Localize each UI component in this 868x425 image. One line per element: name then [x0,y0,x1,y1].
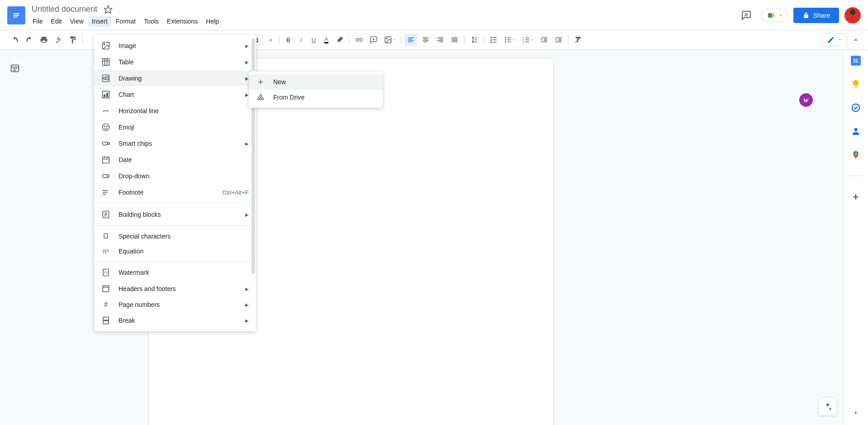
svg-text:3: 3 [523,41,524,44]
menu-tools[interactable]: Tools [140,16,162,27]
editing-mode-button[interactable] [822,33,847,46]
insert-smart-chips-item[interactable]: Smart chips ▶ [94,135,256,152]
menu-help[interactable]: Help [202,16,223,27]
insert-emoji-item[interactable]: Emoji [94,119,256,135]
menu-extensions[interactable]: Extensions [163,16,201,27]
drawing-new-item[interactable]: New [249,74,383,90]
checklist-button[interactable] [487,33,500,46]
svg-rect-32 [103,91,109,98]
svg-rect-39 [103,142,108,145]
align-left-button[interactable] [404,33,418,46]
insert-building-blocks-item[interactable]: Building blocks ▶ [94,206,256,223]
contacts-addon-icon[interactable] [850,126,861,137]
insert-page-numbers-item[interactable]: # Page numbers ▶ [94,297,256,312]
menubar: File Edit View Insert Format Tools Exten… [29,16,737,27]
get-addons-icon[interactable] [850,191,861,202]
insert-footnote-item[interactable]: Footnote Ctrl+Alt+F [94,184,256,201]
decrease-indent-button[interactable] [537,33,551,46]
footnote-icon [101,188,110,197]
bold-button[interactable]: B [282,33,294,46]
doc-title[interactable]: Untitled document [29,4,100,15]
insert-link-button[interactable] [352,33,366,46]
underline-button[interactable]: U [308,33,319,46]
insert-dropdown-item[interactable]: Drop-down [94,168,256,184]
table-icon [101,57,110,67]
keep-addon-icon[interactable] [850,79,861,90]
explore-button[interactable] [818,397,837,416]
toolbar-separator [568,35,569,45]
undo-button[interactable] [8,33,22,46]
menu-file[interactable]: File [29,16,47,27]
insert-special-characters-item[interactable]: Ω Special characters [94,229,256,244]
date-icon [101,155,110,164]
wordtune-badge[interactable]: w [799,93,813,107]
submenu-arrow-icon: ▶ [245,302,249,307]
insert-image-button[interactable] [381,33,398,46]
insert-table-item[interactable]: Table ▶ [94,54,256,70]
insert-headers-footers-item[interactable]: Headers and footers ▶ [94,281,256,297]
lock-icon [802,12,810,19]
title-area: Untitled document File Edit View Insert … [29,4,737,27]
print-button[interactable] [37,33,51,46]
horizontal-line-icon [101,106,110,115]
svg-marker-3 [104,5,112,13]
insert-menu-dropdown: Image ▶ Table ▶ Drawing ▶ Chart ▶ Horizo… [94,35,256,331]
highlight-button[interactable] [333,33,346,46]
pencil-icon [827,36,835,44]
insert-horizontal-line-item[interactable]: Horizontal line [94,103,256,119]
star-icon[interactable] [104,5,113,14]
insert-chart-item[interactable]: Chart ▶ [94,86,256,103]
bulleted-list-button[interactable] [501,33,518,46]
calendar-addon-icon[interactable]: 31 [850,55,861,66]
menu-format[interactable]: Format [112,16,139,27]
align-justify-button[interactable] [448,33,461,46]
increase-indent-button[interactable] [552,33,565,46]
svg-rect-41 [103,157,109,163]
svg-rect-25 [103,59,109,66]
menu-separator [94,261,256,262]
menu-view[interactable]: View [66,16,87,27]
menu-insert[interactable]: Insert [88,16,111,27]
side-panel-collapse-icon[interactable] [852,409,860,417]
insert-break-item[interactable]: Break ▶ [94,312,256,329]
maps-addon-icon[interactable] [850,149,861,160]
line-spacing-button[interactable] [467,33,481,46]
meet-button[interactable] [761,9,788,22]
svg-point-21 [854,128,857,131]
font-size-increase[interactable]: + [265,33,276,46]
spellcheck-button[interactable] [52,33,65,46]
svg-rect-50 [103,269,109,276]
share-button[interactable]: Share [793,8,839,23]
side-separator [849,176,863,176]
text-color-button[interactable]: A [320,33,332,46]
drawing-submenu: New From Drive [249,72,383,108]
comment-history-icon[interactable] [737,6,755,24]
share-label: Share [813,12,830,19]
collapse-toolbar-button[interactable] [852,36,860,44]
paint-format-button[interactable] [66,33,80,46]
outline-toggle-icon[interactable] [10,63,20,425]
drawing-from-drive-item[interactable]: From Drive [249,90,383,105]
menu-edit[interactable]: Edit [47,16,66,27]
italic-button[interactable]: I [295,33,307,46]
docs-logo[interactable] [7,6,25,24]
align-right-button[interactable] [433,33,447,46]
tasks-addon-icon[interactable] [850,102,861,113]
account-avatar[interactable] [844,7,861,24]
redo-button[interactable] [23,33,36,46]
insert-image-item[interactable]: Image ▶ [94,38,256,54]
svg-rect-34 [107,93,108,97]
insert-equation-item[interactable]: π² Equation [94,244,256,258]
svg-point-38 [107,126,108,127]
emoji-icon [101,123,110,132]
insert-watermark-item[interactable]: Watermark [94,264,256,281]
app-header: Untitled document File Edit View Insert … [0,0,868,30]
add-comment-button[interactable] [367,33,380,46]
insert-drawing-item[interactable]: Drawing ▶ [94,70,256,86]
insert-date-item[interactable]: Date [94,152,256,168]
align-center-button[interactable] [419,33,432,46]
clear-formatting-button[interactable] [571,33,585,46]
numbered-list-button[interactable]: 123 [519,33,536,46]
svg-rect-0 [14,13,19,14]
submenu-arrow-icon: ▶ [245,212,249,217]
